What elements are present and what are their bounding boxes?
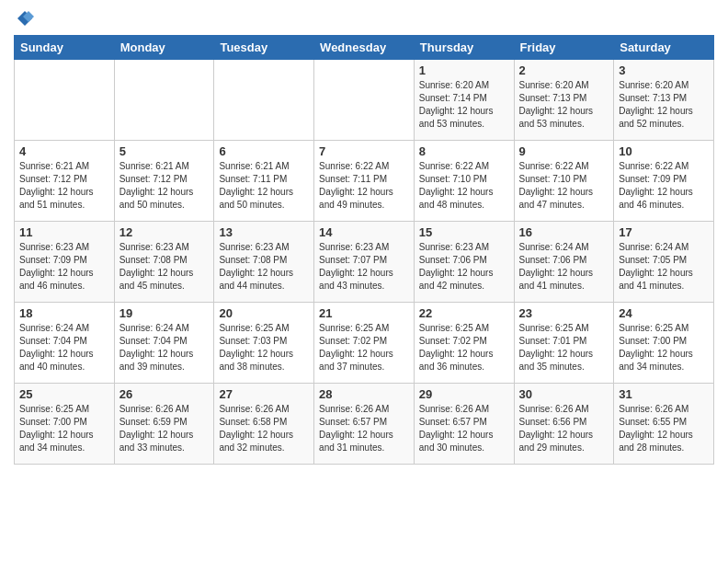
calendar-cell: 10Sunrise: 6:22 AM Sunset: 7:09 PM Dayli… xyxy=(614,141,714,222)
day-number: 11 xyxy=(19,225,109,239)
day-of-week-header: Friday xyxy=(514,36,614,60)
day-info: Sunrise: 6:21 AM Sunset: 7:12 PM Dayligh… xyxy=(19,160,109,212)
day-info: Sunrise: 6:25 AM Sunset: 7:01 PM Dayligh… xyxy=(519,322,609,373)
day-info: Sunrise: 6:24 AM Sunset: 7:04 PM Dayligh… xyxy=(19,322,109,373)
day-number: 29 xyxy=(419,387,509,401)
calendar-cell: 4Sunrise: 6:21 AM Sunset: 7:12 PM Daylig… xyxy=(15,141,115,222)
day-number: 16 xyxy=(519,225,609,239)
calendar-cell: 28Sunrise: 6:26 AM Sunset: 6:57 PM Dayli… xyxy=(314,384,415,465)
day-info: Sunrise: 6:25 AM Sunset: 7:03 PM Dayligh… xyxy=(219,322,309,373)
day-info: Sunrise: 6:21 AM Sunset: 7:12 PM Dayligh… xyxy=(119,160,210,212)
day-number: 21 xyxy=(319,306,409,320)
calendar-week-row: 25Sunrise: 6:25 AM Sunset: 7:00 PM Dayli… xyxy=(15,384,714,465)
day-number: 24 xyxy=(619,306,709,320)
day-info: Sunrise: 6:23 AM Sunset: 7:08 PM Dayligh… xyxy=(119,241,210,293)
day-of-week-header: Monday xyxy=(114,36,214,60)
day-number: 25 xyxy=(19,387,109,401)
calendar-cell: 6Sunrise: 6:21 AM Sunset: 7:11 PM Daylig… xyxy=(214,141,314,222)
day-info: Sunrise: 6:22 AM Sunset: 7:11 PM Dayligh… xyxy=(319,160,409,212)
page-header xyxy=(14,9,714,28)
calendar-cell: 3Sunrise: 6:20 AM Sunset: 7:13 PM Daylig… xyxy=(614,60,714,141)
day-info: Sunrise: 6:26 AM Sunset: 6:55 PM Dayligh… xyxy=(619,403,709,454)
calendar-cell xyxy=(314,60,415,141)
day-number: 27 xyxy=(219,387,309,401)
calendar-cell: 9Sunrise: 6:22 AM Sunset: 7:10 PM Daylig… xyxy=(514,141,614,222)
day-number: 30 xyxy=(519,387,609,401)
header-row: SundayMondayTuesdayWednesdayThursdayFrid… xyxy=(15,36,714,60)
day-number: 23 xyxy=(519,306,609,320)
day-info: Sunrise: 6:20 AM Sunset: 7:13 PM Dayligh… xyxy=(619,79,709,131)
calendar-cell: 31Sunrise: 6:26 AM Sunset: 6:55 PM Dayli… xyxy=(614,384,714,465)
day-number: 8 xyxy=(419,144,509,158)
calendar-cell xyxy=(214,60,314,141)
day-number: 22 xyxy=(419,306,509,320)
day-info: Sunrise: 6:25 AM Sunset: 7:02 PM Dayligh… xyxy=(419,322,509,373)
calendar-cell: 26Sunrise: 6:26 AM Sunset: 6:59 PM Dayli… xyxy=(114,384,214,465)
day-of-week-header: Wednesday xyxy=(314,36,415,60)
calendar-week-row: 1Sunrise: 6:20 AM Sunset: 7:14 PM Daylig… xyxy=(15,60,714,141)
calendar-cell: 20Sunrise: 6:25 AM Sunset: 7:03 PM Dayli… xyxy=(214,303,314,384)
logo xyxy=(14,9,34,28)
day-info: Sunrise: 6:23 AM Sunset: 7:09 PM Dayligh… xyxy=(19,241,109,293)
calendar-cell: 5Sunrise: 6:21 AM Sunset: 7:12 PM Daylig… xyxy=(114,141,214,222)
calendar-body: 1Sunrise: 6:20 AM Sunset: 7:14 PM Daylig… xyxy=(15,60,714,465)
day-number: 7 xyxy=(319,144,409,158)
day-number: 6 xyxy=(219,144,309,158)
day-info: Sunrise: 6:23 AM Sunset: 7:06 PM Dayligh… xyxy=(419,241,509,293)
calendar-week-row: 18Sunrise: 6:24 AM Sunset: 7:04 PM Dayli… xyxy=(15,303,714,384)
day-number: 19 xyxy=(119,306,210,320)
day-info: Sunrise: 6:26 AM Sunset: 6:58 PM Dayligh… xyxy=(219,403,309,454)
day-number: 26 xyxy=(119,387,210,401)
day-number: 10 xyxy=(619,144,709,158)
calendar-cell xyxy=(114,60,214,141)
calendar-header: SundayMondayTuesdayWednesdayThursdayFrid… xyxy=(15,36,714,60)
calendar-cell: 11Sunrise: 6:23 AM Sunset: 7:09 PM Dayli… xyxy=(15,222,115,303)
calendar-cell: 15Sunrise: 6:23 AM Sunset: 7:06 PM Dayli… xyxy=(414,222,514,303)
day-info: Sunrise: 6:22 AM Sunset: 7:10 PM Dayligh… xyxy=(519,160,609,212)
day-number: 20 xyxy=(219,306,309,320)
day-info: Sunrise: 6:23 AM Sunset: 7:07 PM Dayligh… xyxy=(319,241,409,293)
calendar-cell: 23Sunrise: 6:25 AM Sunset: 7:01 PM Dayli… xyxy=(514,303,614,384)
calendar-cell: 17Sunrise: 6:24 AM Sunset: 7:05 PM Dayli… xyxy=(614,222,714,303)
calendar-table: SundayMondayTuesdayWednesdayThursdayFrid… xyxy=(14,35,714,465)
calendar-cell: 24Sunrise: 6:25 AM Sunset: 7:00 PM Dayli… xyxy=(614,303,714,384)
calendar-cell: 27Sunrise: 6:26 AM Sunset: 6:58 PM Dayli… xyxy=(214,384,314,465)
calendar-cell: 19Sunrise: 6:24 AM Sunset: 7:04 PM Dayli… xyxy=(114,303,214,384)
day-number: 28 xyxy=(319,387,409,401)
day-info: Sunrise: 6:26 AM Sunset: 6:56 PM Dayligh… xyxy=(519,403,609,454)
day-number: 15 xyxy=(419,225,509,239)
day-info: Sunrise: 6:26 AM Sunset: 6:57 PM Dayligh… xyxy=(419,403,509,454)
day-number: 12 xyxy=(119,225,210,239)
day-info: Sunrise: 6:22 AM Sunset: 7:10 PM Dayligh… xyxy=(419,160,509,212)
day-number: 2 xyxy=(519,63,609,77)
calendar-cell: 16Sunrise: 6:24 AM Sunset: 7:06 PM Dayli… xyxy=(514,222,614,303)
day-number: 5 xyxy=(119,144,210,158)
day-of-week-header: Tuesday xyxy=(214,36,314,60)
day-number: 17 xyxy=(619,225,709,239)
calendar-cell: 1Sunrise: 6:20 AM Sunset: 7:14 PM Daylig… xyxy=(414,60,514,141)
day-info: Sunrise: 6:24 AM Sunset: 7:05 PM Dayligh… xyxy=(619,241,709,293)
day-info: Sunrise: 6:23 AM Sunset: 7:08 PM Dayligh… xyxy=(219,241,309,293)
day-info: Sunrise: 6:20 AM Sunset: 7:14 PM Dayligh… xyxy=(419,79,509,131)
calendar-cell: 13Sunrise: 6:23 AM Sunset: 7:08 PM Dayli… xyxy=(214,222,314,303)
day-info: Sunrise: 6:24 AM Sunset: 7:04 PM Dayligh… xyxy=(119,322,210,373)
day-number: 31 xyxy=(619,387,709,401)
day-info: Sunrise: 6:25 AM Sunset: 7:00 PM Dayligh… xyxy=(619,322,709,373)
calendar-week-row: 11Sunrise: 6:23 AM Sunset: 7:09 PM Dayli… xyxy=(15,222,714,303)
day-number: 9 xyxy=(519,144,609,158)
calendar-cell: 7Sunrise: 6:22 AM Sunset: 7:11 PM Daylig… xyxy=(314,141,415,222)
calendar-cell xyxy=(15,60,115,141)
day-number: 18 xyxy=(19,306,109,320)
day-info: Sunrise: 6:25 AM Sunset: 7:00 PM Dayligh… xyxy=(19,403,109,454)
calendar-cell: 14Sunrise: 6:23 AM Sunset: 7:07 PM Dayli… xyxy=(314,222,415,303)
day-of-week-header: Sunday xyxy=(15,36,115,60)
calendar-cell: 25Sunrise: 6:25 AM Sunset: 7:00 PM Dayli… xyxy=(15,384,115,465)
logo-icon xyxy=(16,9,34,28)
day-info: Sunrise: 6:26 AM Sunset: 6:57 PM Dayligh… xyxy=(319,403,409,454)
calendar-cell: 22Sunrise: 6:25 AM Sunset: 7:02 PM Dayli… xyxy=(414,303,514,384)
day-of-week-header: Thursday xyxy=(414,36,514,60)
day-number: 4 xyxy=(19,144,109,158)
calendar-cell: 8Sunrise: 6:22 AM Sunset: 7:10 PM Daylig… xyxy=(414,141,514,222)
day-number: 14 xyxy=(319,225,409,239)
calendar-cell: 21Sunrise: 6:25 AM Sunset: 7:02 PM Dayli… xyxy=(314,303,415,384)
